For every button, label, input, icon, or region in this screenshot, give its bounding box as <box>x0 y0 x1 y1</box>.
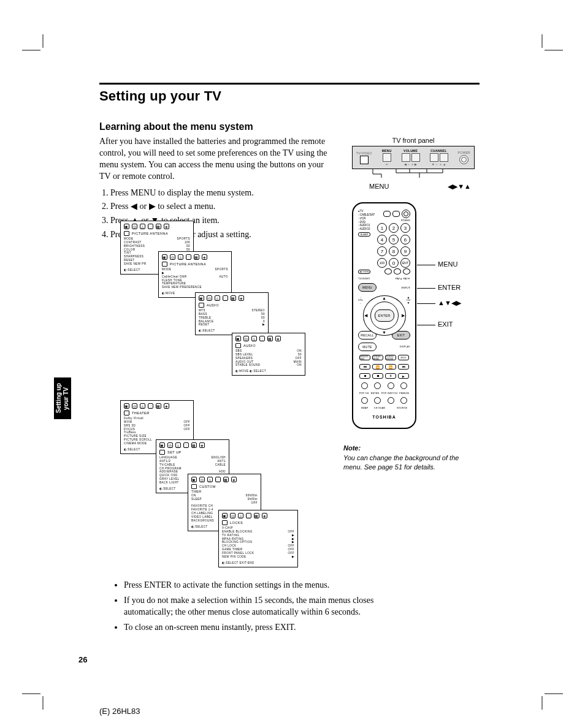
osd-audio-1: ▣◎◬⬚▦◈ AUDIO MTSSTEREO BASS50 TREBLE50 B… <box>195 292 269 335</box>
remote-diagram: ●TV○CABLE/SAT○VCR ○DVD○AUDIO1○AUDIO2 SLE… <box>352 202 435 429</box>
remote-enter-button: ENTER <box>375 309 394 322</box>
page-number: 26 <box>78 655 87 664</box>
note-text: You can change the background of the men… <box>343 453 478 472</box>
remote-dpad: ▲ ▼ ◀ ▶ ENTER <box>363 295 406 336</box>
footer-model: (E) 26HL83 <box>99 707 140 716</box>
remote-menu-button: MENU <box>358 283 377 292</box>
osd-locks: ▣◎◬⬚▦◈ LOCKS V-CHIP ENABLE BLOCKINGOFF T… <box>218 510 298 567</box>
section-rule <box>99 83 480 85</box>
step-item: Press MENU to display the menu system. <box>110 186 343 200</box>
remote-brand: TOSHIBA <box>372 415 396 419</box>
front-panel-arrows-label: ◀▶▼▲ <box>448 183 471 191</box>
note-heading: Note: <box>343 444 478 452</box>
intro-paragraph: After you have installed the batteries a… <box>99 136 332 183</box>
note-item: To close an on-screen menu instantly, pr… <box>124 622 381 634</box>
osd-menu-cascade: ▣◎◬⬚▦◈ PICTURE ANTENNA MODESPORTS CONTRA… <box>120 221 365 576</box>
callout-enter: ENTER <box>438 284 461 291</box>
osd-audio-2: ▣◎◬⬚▦◈ AUDIO SBSON SBS LEVEL50 SPEAKERSO… <box>232 333 305 376</box>
callout-exit: EXIT <box>438 320 453 328</box>
notes-list: Press ENTER to activate the function set… <box>124 580 381 637</box>
tv-front-panel-diagram: TV front panel TV/VIDEO MENU↵ VOLUME◀ – … <box>352 137 475 191</box>
front-panel-menu-label: MENU <box>369 183 389 191</box>
section-heading: Learning about the menu system <box>99 121 480 132</box>
front-panel-label: TV front panel <box>352 137 475 144</box>
callout-dpad: ▲▼◀▶ <box>438 299 461 307</box>
note-item: Press ENTER to activate the function set… <box>124 580 381 591</box>
note-item: If you do not make a selection within 15… <box>124 595 381 618</box>
osd-picture-2: ▣◎◬⬚▦◈ PICTURE ANTENNA MODESPORTS ▶ Cabl… <box>158 251 232 298</box>
note-block: Note: You can change the background of t… <box>343 444 478 472</box>
callout-menu: MENU <box>438 260 457 268</box>
step-item: Press ◀ or ▶ to select a menu. <box>110 200 343 213</box>
chapter-tab: Setting up your TV <box>54 377 71 419</box>
page-heading: Setting up your TV <box>99 88 480 104</box>
